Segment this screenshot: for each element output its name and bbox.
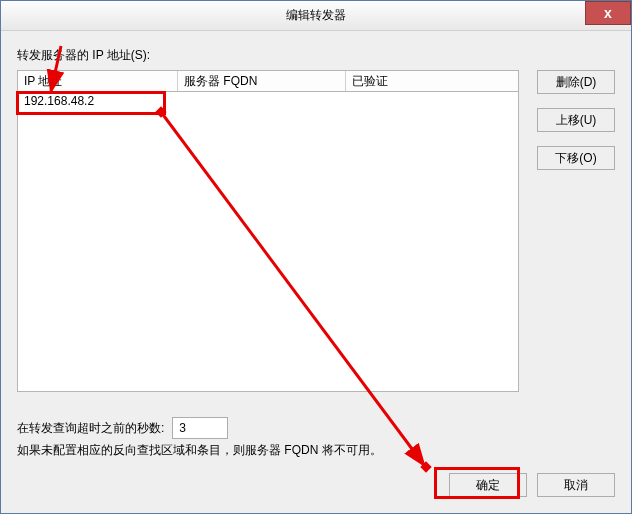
- column-header-verified[interactable]: 已验证: [346, 71, 518, 91]
- timeout-label: 在转发查询超时之前的秒数:: [17, 420, 164, 437]
- move-up-button-label: 上移(U): [556, 113, 597, 127]
- close-icon: x: [604, 5, 612, 21]
- delete-button[interactable]: 删除(D): [537, 70, 615, 94]
- forwarder-ip-label: 转发服务器的 IP 地址(S):: [17, 47, 615, 64]
- timeout-row: 在转发查询超时之前的秒数:: [17, 417, 228, 439]
- note-text: 如果未配置相应的反向查找区域和条目，则服务器 FQDN 将不可用。: [17, 442, 382, 459]
- table-row[interactable]: 192.168.48.2: [18, 92, 518, 110]
- close-button[interactable]: x: [585, 1, 631, 25]
- cancel-button[interactable]: 取消: [537, 473, 615, 497]
- side-button-group: 删除(D) 上移(U) 下移(O): [537, 70, 615, 392]
- forwarder-table: IP 地址 服务器 FQDN 已验证 192.168.48.2: [17, 70, 519, 392]
- column-header-fqdn[interactable]: 服务器 FQDN: [178, 71, 346, 91]
- move-down-button[interactable]: 下移(O): [537, 146, 615, 170]
- move-up-button[interactable]: 上移(U): [537, 108, 615, 132]
- dialog-content: 转发服务器的 IP 地址(S): IP 地址 服务器 FQDN 已验证 192.…: [1, 31, 631, 513]
- timeout-input[interactable]: [172, 417, 228, 439]
- ok-button[interactable]: 确定: [449, 473, 527, 497]
- main-row: IP 地址 服务器 FQDN 已验证 192.168.48.2 删除(D) 上移…: [17, 70, 615, 392]
- cell-ip: 192.168.48.2: [18, 93, 178, 109]
- dialog-window: 编辑转发器 x 转发服务器的 IP 地址(S): IP 地址 服务器 FQDN …: [0, 0, 632, 514]
- table-body[interactable]: 192.168.48.2: [17, 92, 519, 392]
- column-header-ip[interactable]: IP 地址: [18, 71, 178, 91]
- table-header: IP 地址 服务器 FQDN 已验证: [17, 70, 519, 92]
- titlebar: 编辑转发器 x: [1, 1, 631, 31]
- bottom-button-group: 确定 取消: [449, 473, 615, 497]
- delete-button-label: 删除(D): [556, 75, 597, 89]
- window-title: 编辑转发器: [286, 7, 346, 24]
- move-down-button-label: 下移(O): [555, 151, 596, 165]
